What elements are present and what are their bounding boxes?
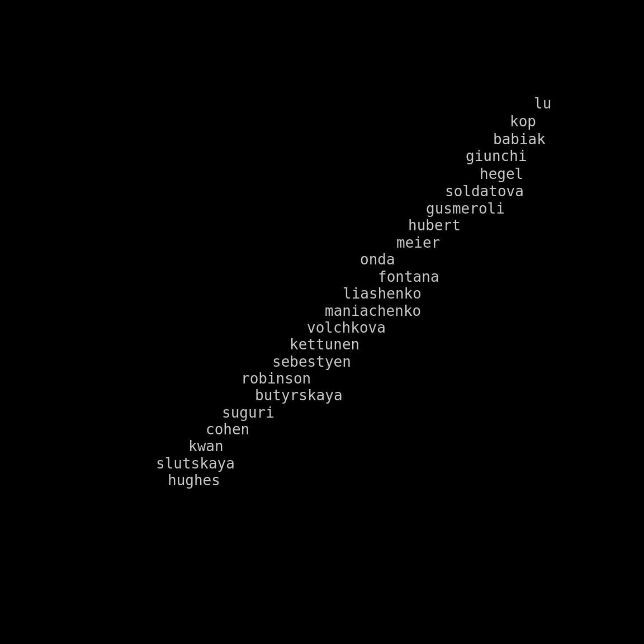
chart-container: lukopbabiakgiunchihegelsoldatovagusmerol… <box>0 0 644 644</box>
name-label-gusmeroli: gusmeroli <box>426 200 505 217</box>
name-label-slutskaya: slutskaya <box>156 455 235 472</box>
name-label-kwan: kwan <box>188 438 224 454</box>
name-label-suguri: suguri <box>222 404 274 421</box>
name-label-volchkova: volchkova <box>307 319 386 336</box>
name-label-meier: meier <box>396 234 440 251</box>
name-label-kop: kop <box>510 113 536 130</box>
name-label-giunchi: giunchi <box>466 148 527 164</box>
name-label-robinson: robinson <box>241 370 311 387</box>
name-label-hegel: hegel <box>480 165 523 182</box>
name-label-hughes: hughes <box>168 472 220 489</box>
name-label-babiak: babiak <box>493 131 546 148</box>
name-label-onda: onda <box>360 251 395 268</box>
name-label-kettunen: kettunen <box>290 336 359 353</box>
name-label-soldatova: soldatova <box>445 183 524 200</box>
name-label-cohen: cohen <box>206 421 249 438</box>
name-label-fontana: fontana <box>378 268 439 285</box>
name-label-butyrskaya: butyrskaya <box>255 387 343 404</box>
name-label-hubert: hubert <box>408 217 461 234</box>
name-label-maniachenko: maniachenko <box>325 302 421 319</box>
name-label-sebestyen: sebestyen <box>272 353 351 370</box>
name-label-lu: lu <box>534 95 551 112</box>
name-label-liashenko: liashenko <box>343 285 422 302</box>
